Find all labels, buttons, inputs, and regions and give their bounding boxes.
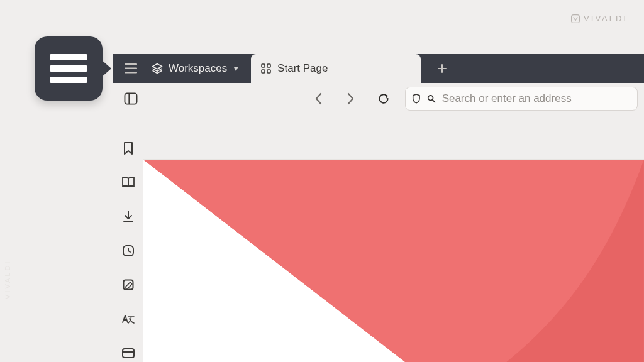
svg-rect-2 bbox=[125, 68, 137, 70]
svg-rect-7 bbox=[267, 70, 270, 73]
svg-rect-5 bbox=[267, 64, 270, 67]
tab-start-page[interactable]: Start Page bbox=[251, 54, 421, 83]
window-icon bbox=[121, 348, 135, 359]
bookmark-icon bbox=[123, 141, 134, 155]
chevron-down-icon: ▼ bbox=[232, 64, 240, 73]
nav-buttons bbox=[307, 87, 395, 110]
body-row bbox=[113, 114, 644, 362]
vivaldi-logo-icon bbox=[571, 14, 580, 23]
svg-rect-6 bbox=[262, 70, 265, 73]
start-page-background bbox=[143, 160, 644, 362]
back-button[interactable] bbox=[307, 87, 330, 110]
tab-strip: Workspaces ▼ Start Page bbox=[113, 54, 644, 83]
grid-icon bbox=[261, 63, 271, 74]
panel-window[interactable] bbox=[117, 344, 140, 362]
page-content bbox=[143, 114, 644, 362]
chevron-right-icon bbox=[347, 92, 355, 106]
tab-label: Start Page bbox=[277, 62, 328, 75]
panel-bar bbox=[113, 114, 143, 362]
address-input[interactable] bbox=[442, 92, 631, 105]
panel-bookmarks[interactable] bbox=[117, 140, 140, 157]
workspaces-label: Workspaces bbox=[169, 62, 227, 75]
layers-icon bbox=[151, 62, 164, 75]
svg-line-11 bbox=[433, 99, 435, 102]
panel-downloads[interactable] bbox=[117, 208, 140, 226]
panel-history[interactable] bbox=[117, 242, 140, 260]
panel-translate[interactable] bbox=[117, 310, 140, 327]
side-watermark: VIVALDI bbox=[4, 260, 11, 299]
speed-dial-header bbox=[143, 114, 644, 160]
brand-name: VIVALDI bbox=[584, 14, 628, 23]
plus-icon bbox=[437, 63, 447, 74]
browser-window: Workspaces ▼ Start Page bbox=[113, 54, 644, 362]
svg-rect-8 bbox=[125, 93, 136, 104]
search-icon bbox=[427, 94, 436, 104]
hamburger-icon bbox=[50, 49, 87, 88]
forward-button[interactable] bbox=[340, 87, 362, 110]
new-tab-button[interactable] bbox=[431, 57, 453, 80]
svg-rect-3 bbox=[125, 72, 137, 74]
chevron-left-icon bbox=[314, 92, 323, 106]
vivaldi-menu-button[interactable] bbox=[119, 57, 142, 80]
reload-icon bbox=[377, 92, 390, 105]
workspaces-button[interactable]: Workspaces ▼ bbox=[151, 62, 240, 75]
panel-toggle-button[interactable] bbox=[119, 87, 142, 110]
panel-reading-list[interactable] bbox=[117, 173, 140, 191]
translate-icon bbox=[121, 313, 135, 326]
svg-rect-4 bbox=[262, 64, 265, 67]
note-edit-icon bbox=[122, 278, 135, 291]
brand-watermark: VIVALDI bbox=[571, 14, 628, 23]
vivaldi-menu-callout bbox=[35, 36, 103, 101]
shield-icon bbox=[412, 93, 421, 104]
svg-rect-1 bbox=[125, 63, 137, 65]
panel-notes[interactable] bbox=[117, 276, 140, 293]
clock-icon bbox=[122, 244, 135, 257]
svg-rect-15 bbox=[123, 349, 134, 358]
reload-button[interactable] bbox=[372, 87, 395, 110]
download-icon bbox=[122, 210, 135, 224]
panel-toggle-icon bbox=[124, 92, 138, 105]
address-bar[interactable] bbox=[405, 87, 638, 111]
hamburger-icon bbox=[125, 63, 137, 74]
book-open-icon bbox=[121, 176, 135, 189]
nav-toolbar bbox=[113, 83, 644, 114]
svg-rect-0 bbox=[572, 14, 580, 23]
